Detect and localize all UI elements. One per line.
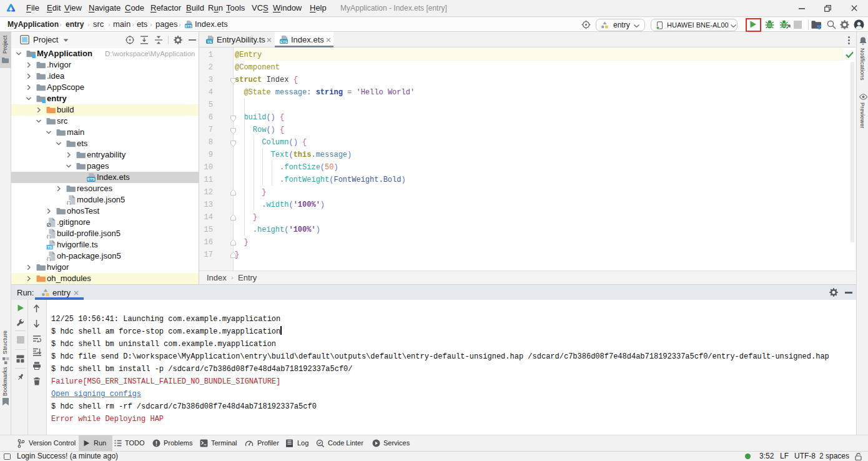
svg-text:ETS: ETS [185, 24, 192, 28]
svg-text:{}: {} [46, 257, 51, 261]
svg-text:TS: TS [207, 40, 212, 44]
svg-text:ETS: ETS [280, 40, 287, 44]
svg-text:ETS: ETS [87, 177, 95, 181]
svg-text:TS: TS [47, 245, 52, 249]
svg-text:{}: {} [46, 234, 51, 239]
svg-text:{}: {} [66, 201, 71, 205]
